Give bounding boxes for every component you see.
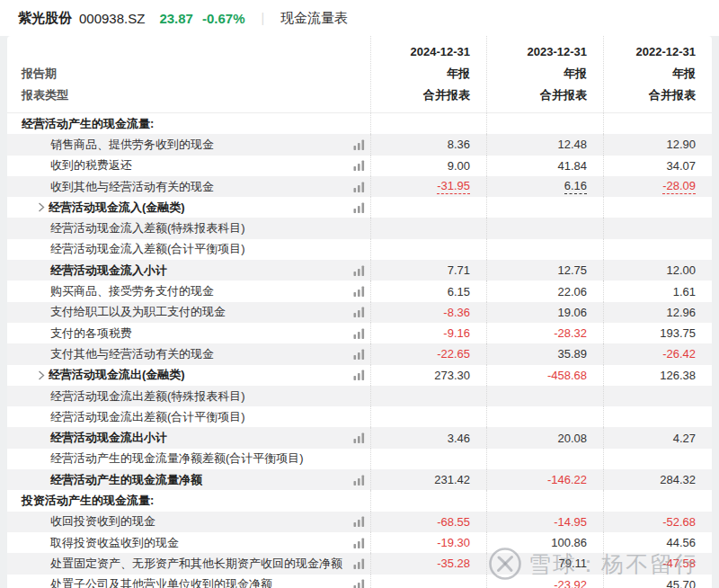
- table-row[interactable]: 经营活动现金流出(金融类)273.30-458.68126.38: [7, 365, 712, 386]
- row-label: 处置固定资产、无形资产和其他长期资产收回的现金净额: [50, 556, 342, 572]
- bar-chart-icon[interactable]: [353, 328, 365, 339]
- divider: |: [261, 11, 264, 25]
- value-cell: 1.61: [603, 281, 712, 301]
- row-label: 投资活动产生的现金流量:: [22, 493, 154, 509]
- value-cell: [603, 113, 712, 134]
- value-text: -47.58: [662, 557, 696, 570]
- value-cell: 8.36: [370, 134, 486, 155]
- value-cell: 3.46: [370, 427, 486, 448]
- value-cell: [370, 218, 486, 238]
- value-cell: -31.95: [370, 176, 486, 197]
- bar-chart-icon[interactable]: [353, 432, 365, 443]
- chevron-right-icon[interactable]: [38, 202, 45, 212]
- value-cell: 12.96: [603, 302, 712, 323]
- table-row[interactable]: 经营活动现金流入(金融类): [7, 197, 712, 218]
- row-label: 经营活动现金流出差额(合计平衡项目): [50, 409, 245, 425]
- table-row[interactable]: 支付给职工以及为职工支付的现金-8.3619.0612.96: [7, 302, 712, 323]
- value-cell: -28.32: [486, 323, 603, 343]
- value-cell: 6.16: [486, 176, 603, 197]
- bar-chart-icon[interactable]: [353, 579, 365, 588]
- table-row[interactable]: 经营活动产生的现金流量净额231.42-146.22284.32: [7, 469, 712, 490]
- tab-cash-flow-statement[interactable]: 现金流量表: [280, 10, 348, 27]
- value-text: 44.56: [666, 536, 696, 549]
- bar-chart-icon[interactable]: [353, 286, 365, 297]
- value-cell: [603, 197, 712, 218]
- value-cell: 79.11: [486, 553, 603, 574]
- column-type: 合并报表: [604, 85, 696, 106]
- row-label: 经营活动现金流入(金融类): [49, 200, 185, 216]
- value-text: 12.48: [557, 138, 587, 151]
- value-text: 6.15: [448, 285, 470, 298]
- row-label: 收到的税费返还: [50, 157, 132, 174]
- row-label: 支付给职工以及为职工支付的现金: [50, 304, 226, 320]
- bar-chart-icon[interactable]: [353, 265, 365, 276]
- table-row[interactable]: 收到其他与经营活动有关的现金-31.956.16-28.09: [7, 176, 712, 197]
- bar-chart-icon[interactable]: [353, 202, 365, 213]
- table-row[interactable]: 收到的税费返还9.0041.8434.07: [7, 156, 712, 176]
- row-label: 支付其他与经营活动有关的现金: [50, 346, 214, 362]
- bar-chart-icon[interactable]: [353, 307, 365, 317]
- value-text: -14.95: [554, 515, 587, 529]
- table-row[interactable]: 支付的各项税费-9.16-28.32193.75: [7, 323, 712, 343]
- row-label: 取得投资收益收到的现金: [50, 535, 179, 551]
- value-cell: [486, 197, 603, 218]
- bar-chart-icon[interactable]: [353, 160, 365, 171]
- column-header-2023[interactable]: 2023-12-31 年报 合并报表: [486, 36, 603, 112]
- column-header-2024[interactable]: 2024-12-31 年报 合并报表: [370, 36, 486, 112]
- bar-chart-icon[interactable]: [353, 349, 365, 360]
- table-row[interactable]: 经营活动现金流入差额(特殊报表科目): [7, 218, 712, 238]
- table-row[interactable]: 支付其他与经营活动有关的现金-22.6535.89-26.42: [7, 343, 712, 364]
- column-header-2022[interactable]: 2022-12-31 年报 合并报表: [603, 36, 712, 112]
- bar-chart-icon[interactable]: [353, 370, 365, 380]
- row-label: 经营活动现金流出差额(特殊报表科目): [50, 388, 245, 405]
- table-row[interactable]: 经营活动产生的现金流量净额差额(合计平衡项目): [7, 449, 712, 469]
- value-cell: -23.92: [486, 575, 603, 588]
- bar-chart-icon[interactable]: [353, 139, 365, 150]
- bar-chart-icon[interactable]: [353, 538, 365, 548]
- value-cell: 126.38: [603, 365, 712, 386]
- table-row[interactable]: 销售商品、提供劳务收到的现金8.3612.4812.90: [7, 134, 712, 155]
- bar-chart-icon[interactable]: [353, 516, 365, 527]
- table-row[interactable]: 取得投资收益收到的现金-19.30100.8644.56: [7, 532, 712, 553]
- value-text: 19.06: [557, 306, 587, 319]
- table-row[interactable]: 收回投资收到的现金-68.55-14.95-52.68: [7, 512, 712, 532]
- value-text: 273.30: [434, 369, 470, 382]
- value-cell: [486, 218, 603, 238]
- value-text: 193.75: [660, 326, 696, 340]
- report-type-label: 报表类型: [22, 85, 370, 106]
- table-row[interactable]: 经营活动现金流出差额(特殊报表科目): [7, 386, 712, 406]
- bar-chart-icon[interactable]: [353, 182, 365, 192]
- table-row[interactable]: 经营活动现金流出差额(合计平衡项目): [7, 406, 712, 427]
- table-row[interactable]: 处置子公司及其他营业单位收到的现金净额-23.9245.70: [7, 575, 712, 588]
- value-text: 9.00: [448, 159, 470, 173]
- value-cell: [603, 386, 712, 406]
- value-text: 20.08: [557, 432, 587, 445]
- value-text: -22.65: [437, 347, 470, 361]
- table-row[interactable]: 处置固定资产、无形资产和其他长期资产收回的现金净额-35.2879.11-47.…: [7, 553, 712, 574]
- table-row[interactable]: 购买商品、接受劳务支付的现金6.1522.061.61: [7, 281, 712, 301]
- table-row[interactable]: 经营活动现金流出小计3.4620.084.27: [7, 427, 712, 448]
- table-row[interactable]: 经营活动现金流入小计7.7112.7512.00: [7, 260, 712, 281]
- bar-chart-icon[interactable]: [353, 475, 365, 486]
- value-cell: -68.55: [370, 512, 486, 532]
- value-cell: 35.89: [486, 343, 603, 364]
- report-period-label: 报告期: [22, 63, 370, 85]
- stock-code: 000938.SZ: [79, 11, 145, 26]
- column-date: 2022-12-31: [604, 41, 696, 63]
- row-label: 处置子公司及其他营业单位收到的现金净额: [50, 576, 272, 588]
- row-label: 经营活动现金流入小计: [50, 263, 167, 279]
- cash-flow-table: . 报告期 报表类型 2024-12-31 年报 合并报表 2023-12-31…: [7, 36, 712, 588]
- value-text: 6.16: [564, 179, 587, 194]
- table-row[interactable]: 经营活动现金流入差额(合计平衡项目): [7, 239, 712, 260]
- table-header: . 报告期 报表类型 2024-12-31 年报 合并报表 2023-12-31…: [7, 36, 712, 113]
- value-cell: [486, 449, 603, 469]
- value-text: 8.36: [448, 138, 470, 151]
- row-label: 收回投资收到的现金: [50, 513, 155, 530]
- column-type: 合并报表: [487, 85, 587, 106]
- column-type: 合并报表: [371, 85, 470, 106]
- row-label: 经营活动产生的现金流量净额: [50, 472, 202, 488]
- chevron-right-icon[interactable]: [38, 370, 45, 380]
- value-text: 3.46: [448, 432, 470, 445]
- bar-chart-icon[interactable]: [353, 558, 365, 569]
- value-text: 4.27: [673, 432, 696, 445]
